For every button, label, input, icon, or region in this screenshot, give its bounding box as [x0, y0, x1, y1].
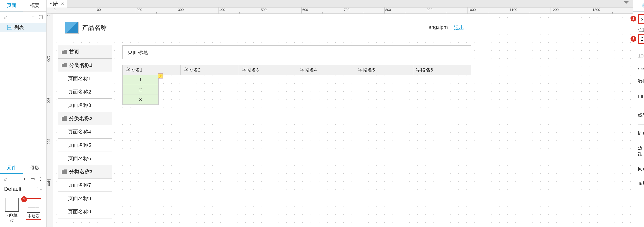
library-name: Default: [4, 184, 21, 194]
table-column-header[interactable]: 字段名1: [122, 65, 181, 75]
widget-name-input[interactable]: 列表字段值: [638, 14, 644, 24]
repeater-cell[interactable]: 3: [122, 94, 158, 105]
sidenav-page[interactable]: 页面名称5: [58, 138, 112, 152]
repeater-instance[interactable]: 123: [122, 75, 158, 105]
ruler-tick: 600: [302, 8, 343, 14]
add-page-icon[interactable]: ＋: [31, 13, 36, 20]
page-title-box[interactable]: 页面标题: [122, 46, 472, 59]
sidenav-category[interactable]: 分类名称1: [58, 58, 112, 72]
tree-item-list[interactable]: 列表: [0, 23, 46, 32]
tab-pages[interactable]: 页面: [0, 0, 23, 12]
layout-section[interactable]: 布局▼ 垂直 水平: [638, 180, 644, 186]
tab-outline[interactable]: 概要: [23, 0, 46, 12]
ruler-tick: 500: [260, 8, 302, 14]
header-frame[interactable]: 产品名称 langzipm 退出: [58, 17, 472, 38]
spacing-section[interactable]: 间距▼ 行 列: [638, 163, 644, 174]
more-icon[interactable]: ⋮: [38, 176, 43, 182]
tab-menu-icon[interactable]: [624, 1, 629, 4]
ruler-tick: 300: [177, 8, 218, 14]
sidenav-label: 分类名称2: [69, 115, 92, 122]
rotation-row: 0° 旋转: [638, 45, 644, 50]
sidenav-category[interactable]: 分类名称2: [58, 112, 112, 125]
search-icon[interactable]: ⌕: [4, 14, 14, 20]
ruler-tick: 100: [46, 55, 50, 96]
library-select[interactable]: Default ⌃⌄: [0, 184, 46, 194]
marker-1: 1: [21, 196, 27, 202]
ruler-tick: 1300: [592, 8, 633, 14]
repeater-section[interactable]: 中继器▼ 适应HTML内容: [638, 66, 644, 72]
x-input[interactable]: [640, 36, 644, 42]
sidenav-page[interactable]: 页面名称7: [58, 178, 112, 192]
sidenav-label: 页面名称6: [68, 155, 91, 162]
fill-section[interactable]: FILL▼ 颜色: [638, 90, 644, 103]
add-folder-icon[interactable]: ▢: [38, 14, 43, 20]
left-tabs: 页面 概要: [0, 0, 46, 12]
ruler-vertical: 0 100 200 300 400: [46, 14, 53, 227]
sidenav-page[interactable]: 页面名称9: [58, 205, 112, 218]
table-column-header[interactable]: 字段名3: [239, 65, 297, 75]
sidenav-page[interactable]: 页面名称2: [58, 85, 112, 99]
table-column-header[interactable]: 字段名6: [413, 65, 472, 75]
sidenav-category[interactable]: 首页: [58, 45, 112, 59]
username[interactable]: langzipm: [427, 24, 448, 31]
data-section[interactable]: 数据▶: [638, 78, 644, 84]
marker-3: 3: [630, 36, 636, 42]
tab-widgets[interactable]: 元件: [0, 162, 23, 174]
sidenav-page[interactable]: 页面名称1: [58, 72, 112, 85]
search-icon[interactable]: ⌕: [4, 176, 10, 182]
logout-link[interactable]: 退出: [454, 24, 464, 31]
w-input[interactable]: [638, 53, 644, 59]
interaction-badge-icon[interactable]: ⚡: [158, 74, 163, 78]
position-inputs: X Y: [638, 34, 644, 44]
close-icon[interactable]: ✕: [61, 2, 64, 6]
canvas-area: 列表 ✕ 0 100 200 300 400 500 600 700 800 9…: [46, 0, 633, 227]
widget-label: 内联框架: [5, 213, 19, 223]
inline-frame-icon: [5, 198, 19, 212]
ruler-tick: 1100: [509, 8, 550, 14]
tab-style[interactable]: 样式: [633, 0, 644, 12]
ruler-tick: 900: [426, 8, 467, 14]
tab-masters[interactable]: 母版: [23, 162, 46, 174]
ruler-tick: 200: [136, 8, 177, 14]
widget-repeater[interactable]: 中继器: [27, 199, 40, 219]
sidenav-page[interactable]: 页面名称6: [58, 152, 112, 165]
sidenav-page[interactable]: 页面名称8: [58, 192, 112, 205]
left-tabs-lower: 元件 母版: [0, 162, 46, 174]
sidenav-category[interactable]: 分类名称3: [58, 165, 112, 178]
repeater-cell[interactable]: 1: [122, 75, 158, 85]
marker-2: 2: [630, 16, 636, 22]
sidenav-label: 页面名称9: [68, 208, 91, 215]
sidenav-label: 页面名称1: [68, 75, 91, 82]
widget-label: 中继器: [27, 214, 40, 219]
tab-label: 列表: [50, 1, 58, 7]
add-library-icon[interactable]: ＋: [22, 176, 27, 182]
editor-tabbar: 列表 ✕: [46, 0, 633, 8]
widgets-search-row: ⌕ ＋ ▭ ⋮: [0, 174, 46, 184]
ruler-tick: 400: [218, 8, 260, 14]
table-column-header[interactable]: 字段名2: [180, 65, 239, 75]
widget-inline-frame[interactable]: 内联框架: [5, 198, 19, 223]
editor-tab[interactable]: 列表 ✕: [46, 0, 67, 8]
corner-section[interactable]: 圆角▼ 半径: [638, 128, 644, 138]
chevron-updown-icon: ⌃⌄: [36, 184, 42, 194]
padding-section[interactable]: 边距▼ 左侧 顶部 右侧 底部: [638, 145, 644, 157]
ruler-tick: 400: [46, 180, 50, 221]
ruler-tick: 700: [343, 8, 384, 14]
sidenav-page[interactable]: 页面名称3: [58, 98, 112, 112]
border-section[interactable]: 线段▼ 颜色 线宽 类型: [638, 109, 644, 121]
product-name[interactable]: 产品名称: [82, 24, 107, 32]
folder-icon: [62, 50, 67, 54]
ruler-horizontal: 0 100 200 300 400 500 600 700 800 900 10…: [46, 8, 633, 14]
canvas[interactable]: 产品名称 langzipm 退出 首页分类名称1页面名称1页面名称2页面名称3分…: [53, 14, 633, 227]
image-placeholder-icon[interactable]: [65, 22, 79, 34]
ruler-tick: 0: [53, 8, 94, 14]
library-options-icon[interactable]: ▭: [30, 176, 35, 182]
sidenav-label: 首页: [69, 48, 80, 56]
table-column-header[interactable]: 字段名5: [355, 65, 413, 75]
table-column-header[interactable]: 字段名4: [297, 65, 355, 75]
tree-item-label: 列表: [14, 24, 24, 31]
sidenav-page[interactable]: 页面名称4: [58, 125, 112, 138]
repeater-cell[interactable]: 2: [122, 85, 158, 95]
repeater-icon: [27, 199, 40, 213]
ruler-tick: 100: [94, 8, 136, 14]
